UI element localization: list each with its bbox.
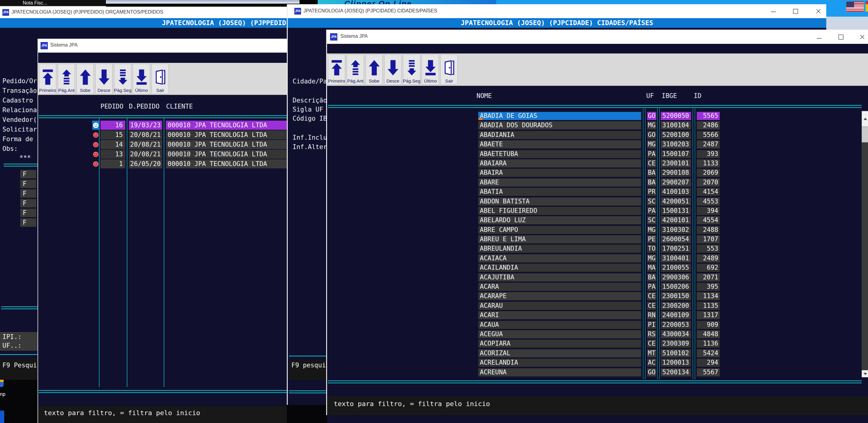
city-row[interactable]: ACEGUA RS 4300034 4848 (478, 330, 720, 338)
city-row[interactable]: ACAJUTIBA BA 2900306 2071 (478, 273, 720, 282)
f-flag-cell[interactable]: F (20, 170, 36, 178)
city-row[interactable]: ABADIA DE GOIAS GO 5200050 5565 (478, 112, 720, 120)
cell-ibge: 2300200 (661, 302, 691, 310)
city-row[interactable]: ABARE BA 2900207 2070 (478, 178, 720, 187)
first-icon (330, 57, 343, 78)
city-row[interactable]: ACAILANDIA MA 2100055 692 (478, 264, 720, 272)
toolbar-button[interactable]: Sair (152, 64, 169, 94)
toolbar-button[interactable]: Primeiro (328, 55, 345, 85)
scroll-up-button[interactable] (862, 111, 868, 127)
minimize-button[interactable] (817, 38, 822, 39)
scroll-down-button[interactable] (862, 370, 868, 377)
city-row[interactable]: ABAETE MG 3100203 2487 (478, 140, 720, 149)
background-tab-nota-fiscal[interactable]: Nota Fisc... (0, 0, 106, 7)
filter-hint-bar[interactable]: texto para filtro, = filtra pelo inicio (38, 406, 287, 423)
last-icon (424, 57, 437, 78)
city-row[interactable]: ACARA PA 1500206 395 (478, 283, 720, 291)
city-row[interactable]: ABEL FIGUEIREDO PA 1500131 394 (478, 207, 720, 215)
city-row[interactable]: ACORIZAL MT 5100102 5424 (478, 349, 720, 357)
toolbar-button[interactable]: Último (133, 64, 150, 94)
f-flag-cell[interactable]: F (20, 189, 36, 198)
cell-id: 1134 (697, 292, 720, 300)
toolbar-button[interactable]: Pág.Seg (114, 64, 131, 94)
toolbar-button[interactable]: Pág.Seg (403, 55, 420, 85)
cell-uf: MG (647, 254, 656, 262)
totals-box: IPI.: UF..: (0, 332, 38, 351)
city-row[interactable]: ABELARDO LUZ SC 4200101 4554 (478, 216, 720, 224)
city-row[interactable]: ACOPIARA CE 2300309 1136 (478, 339, 720, 348)
city-row[interactable]: ACARAU CE 2300200 1135 (478, 302, 720, 310)
toolbar-button[interactable]: Primeiro (39, 64, 56, 94)
city-row[interactable]: ABREULANDIA TO 1700251 553 (478, 245, 720, 253)
f-flag-cell[interactable]: F (20, 199, 36, 207)
ipi-label: IPI.: (2, 333, 22, 340)
city-row[interactable]: ACRELANDIA AC 1200013 294 (478, 359, 720, 367)
smiley-icon (92, 121, 99, 130)
cities-list-area: NOME UF IBGE ID ABADIA DE GOIAS GO 52000… (327, 86, 868, 423)
titlebar-cidades[interactable]: JPA JPATECNOLOGIA (JOSEQ) (PJPCIDADE) CI… (288, 4, 826, 19)
toolbar-button[interactable]: Último (422, 55, 439, 85)
cell-uf: MG (647, 121, 656, 129)
pedido-row[interactable]: 1 26/05/20 000010 JPA TECNOLOGIA LTDA (92, 159, 287, 168)
toolbar-button-label: Primeiro (328, 78, 345, 84)
toolbar-button[interactable]: Sobe (366, 55, 383, 85)
cell-nome: ACOPIARA (478, 339, 641, 348)
field-label: Cidade/Pa (292, 78, 327, 85)
minimize-button[interactable] (771, 11, 776, 12)
cities-table: ABADIA DE GOIAS GO 5200050 5565 ABADIA D… (478, 112, 720, 378)
cell-uf: CE (647, 302, 656, 310)
toolbar-button[interactable]: Pág.Ant (347, 55, 364, 85)
cell-uf: CE (647, 292, 656, 300)
city-row[interactable]: ABRE CAMPO MG 3100302 2488 (478, 226, 720, 234)
toolbar-button[interactable]: Pág.Ant (58, 64, 75, 94)
titlebar-pedidos[interactable]: JPA JPATECNOLOGIA (JOSEQ) (PJPPEDIDO) OR… (0, 7, 287, 19)
city-row[interactable]: ACREUNA GO 5200134 5567 (478, 368, 720, 377)
toolbar-button[interactable]: Desce (384, 55, 401, 85)
us-flag-icon[interactable] (846, 1, 864, 12)
city-row[interactable]: ABREU E LIMA PE 2600054 1707 (478, 235, 720, 243)
f-flag-cell[interactable]: F (20, 208, 36, 217)
down-icon (98, 67, 111, 88)
cell-pedido: 16 (100, 121, 125, 130)
pedido-row[interactable]: 14 20/08/21 000010 JPA TECNOLOGIA LTDA (92, 140, 287, 149)
chevron-down-icon (864, 373, 867, 377)
cell-nome: ABADIANIA (478, 131, 641, 139)
cell-ibge: 3100104 (661, 121, 691, 129)
cell-ibge: 1200013 (661, 359, 691, 367)
city-row[interactable]: ACAUA PI 2200053 909 (478, 321, 720, 329)
city-row[interactable]: ACARAPE CE 2300150 1134 (478, 292, 720, 300)
pedido-row[interactable]: 15 20/08/21 000010 JPA TECNOLOGIA LTDA (92, 130, 287, 139)
scrollbar-thumb[interactable] (862, 127, 868, 142)
cell-uf: TO (647, 245, 656, 253)
field-label: Cadastro (2, 97, 33, 104)
pedido-row[interactable]: 13 20/08/21 000010 JPA TECNOLOGIA LTDA (92, 150, 287, 159)
scrollbar-track[interactable] (862, 142, 868, 370)
filter-hint-bar[interactable]: texto para filtro, = filtra pelo inicio (327, 396, 868, 415)
city-row[interactable]: ABATIA PR 4100103 4154 (478, 188, 720, 196)
pedido-row[interactable]: 16 19/03/23 000010 JPA TECNOLOGIA LTDA (92, 121, 287, 130)
city-row[interactable]: ABDON BATISTA SC 4200051 4553 (478, 197, 720, 205)
city-row[interactable]: ABAETETUBA PA 1500107 393 (478, 150, 720, 158)
f-flag-cell[interactable]: F (20, 218, 36, 227)
f-flag-cell[interactable]: F (20, 180, 36, 188)
maximize-button[interactable] (793, 9, 798, 14)
banner-pedidos: JPATECNOLOGIA (JOSEQ) (PJPPEDID (0, 18, 287, 28)
cell-nome: ABRE CAMPO (478, 226, 641, 234)
window-sistema-jpa-cidades: JPA Sistema JPA Primeiro Pág.Ant (326, 30, 868, 415)
close-button[interactable] (816, 8, 821, 14)
cell-id: 394 (697, 207, 720, 215)
city-row[interactable]: ABAIARA CE 2300101 1133 (478, 159, 720, 167)
close-button[interactable] (860, 34, 865, 40)
toolbar-button[interactable]: Sair (440, 55, 458, 85)
titlebar-sistema-jpa[interactable]: JPA Sistema JPA (327, 30, 868, 44)
city-row[interactable]: ACARI RN 2400109 1317 (478, 311, 720, 319)
titlebar-sistema-jpa[interactable]: JPA Sistema JPA (38, 39, 287, 53)
toolbar-button[interactable]: Desce (95, 64, 113, 94)
city-row[interactable]: ACAIACA MG 3100401 2489 (478, 254, 720, 262)
toolbar-button[interactable]: Sobe (76, 64, 94, 94)
city-row[interactable]: ABADIANIA GO 5200100 5566 (478, 131, 720, 139)
cell-ibge: 4300034 (661, 330, 691, 338)
city-row[interactable]: ABADIA DOS DOURADOS MG 3100104 2486 (478, 121, 720, 129)
city-row[interactable]: ABAIRA BA 2900108 2069 (478, 169, 720, 177)
maximize-button[interactable] (838, 34, 843, 40)
